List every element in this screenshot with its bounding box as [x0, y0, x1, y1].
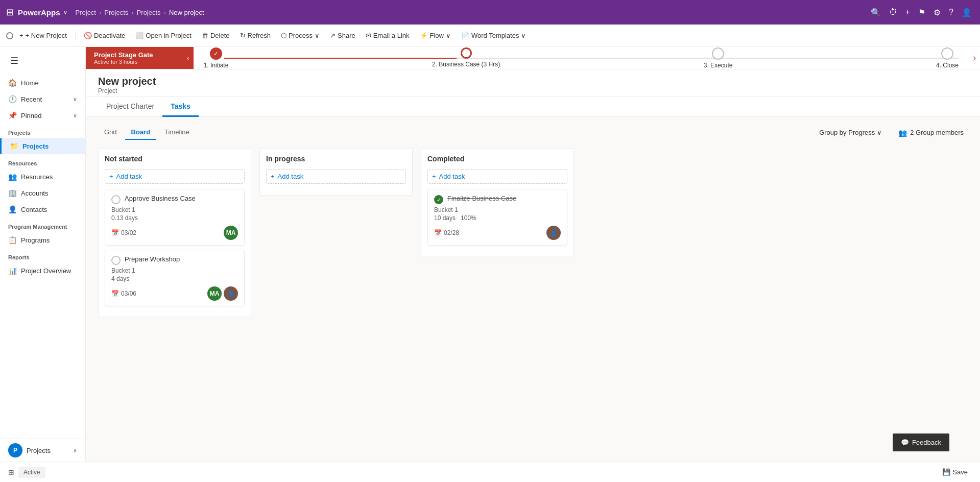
- recent-chevron-icon: ∨: [73, 96, 77, 103]
- flow-button[interactable]: ⚡ Flow ∨: [416, 28, 455, 44]
- sidebar-item-programs[interactable]: 📋 Programs: [0, 232, 85, 248]
- sidebar-item-contacts[interactable]: 👤 Contacts: [0, 201, 85, 218]
- sidebar-section-resources: Resources: [0, 154, 85, 168]
- column-in-progress: In progress + Add task: [259, 148, 413, 196]
- stagegate-arrow-right[interactable]: ›: [969, 47, 980, 69]
- add-task-completed-button[interactable]: + Add task: [427, 169, 567, 184]
- bottom-left: ⊞ Active: [8, 467, 45, 478]
- breadcrumb-projects1[interactable]: Projects: [104, 9, 128, 16]
- search-icon[interactable]: 🔍: [869, 6, 883, 19]
- avatar-ma-1: MA: [224, 226, 238, 240]
- process-label: Process: [289, 32, 313, 39]
- brand-chevron-icon[interactable]: ∨: [63, 9, 67, 16]
- sidebar-hamburger-button[interactable]: ☰: [8, 51, 77, 70]
- user-icon[interactable]: 👤: [960, 6, 974, 19]
- breadcrumb-projects2[interactable]: Projects: [137, 9, 161, 16]
- add-task-completed-label: Add task: [439, 173, 465, 180]
- view-tab-grid[interactable]: Grid: [98, 125, 123, 140]
- accounts-icon: 🏢: [8, 189, 17, 197]
- tab-project-charter[interactable]: Project Charter: [98, 97, 162, 117]
- tab-tasks[interactable]: Tasks: [162, 97, 199, 117]
- board-toolbar: Grid Board Timeline Group by Progress ∨ …: [98, 125, 968, 140]
- add-icon[interactable]: +: [903, 6, 912, 19]
- stage-1-label: 1. Initiate: [204, 62, 229, 69]
- contacts-icon: 👤: [8, 205, 17, 213]
- flow-label: Flow: [430, 32, 444, 39]
- share-button[interactable]: ↗ Share: [326, 28, 360, 44]
- add-task-in-progress-button[interactable]: + Add task: [266, 169, 406, 184]
- sidebar-item-projects[interactable]: 📁 Projects: [0, 138, 85, 154]
- view-tab-timeline[interactable]: Timeline: [158, 125, 196, 140]
- stage-4[interactable]: 4. Close: [936, 47, 959, 69]
- feedback-button[interactable]: 💬 Feedback: [893, 433, 949, 451]
- topbar-actions: 🔍 ⏱ + ⚑ ⚙ ? 👤: [869, 6, 974, 19]
- sidebar-item-projects-label: Projects: [22, 142, 49, 150]
- process-button[interactable]: ⬡ Process ∨: [277, 28, 324, 44]
- stagegate-toggle-button[interactable]: ‹: [183, 47, 194, 69]
- sidebar-item-home[interactable]: 🏠 Home: [0, 75, 85, 91]
- add-task-not-started-label: Add task: [116, 173, 142, 180]
- pinned-chevron-icon: ∨: [73, 112, 77, 119]
- breadcrumb-current: New project: [169, 9, 204, 16]
- open-in-project-button[interactable]: ⬜ Open in Project: [131, 28, 196, 44]
- view-tab-board[interactable]: Board: [125, 125, 157, 140]
- calendar-icon-3: 📅: [434, 229, 442, 236]
- sidebar-item-resources-label: Resources: [21, 173, 53, 181]
- add-task-not-started-button[interactable]: + Add task: [105, 169, 245, 184]
- refresh-button[interactable]: ↻ Refresh: [236, 28, 275, 44]
- sidebar-footer-label: Projects: [27, 447, 51, 454]
- stage-2[interactable]: 2. Business Case (3 Hrs): [432, 47, 500, 69]
- sidebar-item-recent-label: Recent: [21, 95, 42, 103]
- board-columns: Not started + Add task Approve Business …: [98, 148, 968, 317]
- sidebar-section-projects: Projects: [0, 124, 85, 138]
- bottom-status-label[interactable]: Active: [18, 467, 45, 478]
- sidebar-item-project-overview[interactable]: 📊 Project Overview: [0, 262, 85, 279]
- open-in-project-label: Open in Project: [146, 32, 192, 39]
- topbar: ⊞ PowerApps ∨ Project › Projects › Proje…: [0, 0, 980, 25]
- sidebar-item-pinned[interactable]: 📌 Pinned ∨: [0, 107, 85, 124]
- help-icon[interactable]: ?: [947, 6, 955, 19]
- sidebar-item-accounts[interactable]: 🏢 Accounts: [0, 185, 85, 201]
- save-button[interactable]: 💾 Save: [938, 466, 972, 478]
- stage-4-circle: [941, 47, 953, 60]
- group-members-button[interactable]: 👥 2 Group members: [894, 127, 968, 139]
- share-icon: ↗: [330, 32, 336, 39]
- deactivate-icon: 🚫: [84, 32, 92, 39]
- sidebar-item-programs-label: Programs: [21, 236, 50, 244]
- task-card-approve-business-case[interactable]: Approve Business Case Bucket 1 0.13 days…: [105, 189, 245, 246]
- settings-icon[interactable]: ⚙: [931, 6, 943, 19]
- email-a-link-button[interactable]: ✉ Email a Link: [362, 28, 414, 44]
- group-members-icon: 👥: [898, 129, 907, 137]
- breadcrumb-project[interactable]: Project: [76, 9, 96, 16]
- status-icon: [6, 32, 13, 39]
- sitemap-icon[interactable]: ⊞: [8, 468, 14, 476]
- stage-1[interactable]: ✓ 1. Initiate: [204, 47, 229, 69]
- grid-icon: ⊞: [6, 7, 14, 18]
- task-avatars-3: 👤: [546, 226, 561, 240]
- sidebar-item-contacts-label: Contacts: [21, 206, 47, 213]
- filter-icon[interactable]: ⚑: [916, 6, 927, 19]
- group-by-progress-button[interactable]: Group by Progress ∨: [815, 127, 886, 138]
- task-days-3: 10 days 100%: [434, 214, 561, 222]
- task-card-finalize-business-case[interactable]: ✓ Finalize Business Case Bucket 1 10 day…: [427, 189, 567, 246]
- delete-button[interactable]: 🗑 Delete: [198, 28, 234, 44]
- board-view-tabs: Grid Board Timeline: [98, 125, 196, 140]
- task-date-value-1: 03/02: [121, 229, 136, 236]
- board-group-controls: Group by Progress ∨ 👥 2 Group members: [815, 127, 968, 139]
- stages-container: ✓ 1. Initiate 2. Business Case (3 Hrs) 3…: [204, 47, 959, 69]
- timer-icon[interactable]: ⏱: [887, 6, 899, 19]
- word-templates-button[interactable]: 📄 Word Templates ∨: [457, 28, 530, 44]
- pinned-icon: 📌: [8, 111, 17, 119]
- sidebar-item-resources[interactable]: 👥 Resources: [0, 168, 85, 185]
- task-card-prepare-workshop[interactable]: Prepare Workshop Bucket 1 4 days 📅 03/06…: [105, 250, 245, 306]
- deactivate-button[interactable]: 🚫 Deactivate: [80, 28, 129, 44]
- stage-3[interactable]: 3. Execute: [704, 47, 733, 69]
- word-templates-icon: 📄: [461, 32, 469, 39]
- new-project-button[interactable]: + + New Project: [15, 28, 71, 44]
- share-label: Share: [338, 32, 355, 39]
- sidebar-footer-chevron-icon[interactable]: ∧: [73, 447, 77, 454]
- sidebar-item-recent[interactable]: 🕐 Recent ∨: [0, 91, 85, 107]
- email-a-link-label: Email a Link: [373, 32, 410, 39]
- stage-1-circle: ✓: [210, 47, 222, 60]
- apps-grid-button[interactable]: ⊞: [6, 7, 14, 18]
